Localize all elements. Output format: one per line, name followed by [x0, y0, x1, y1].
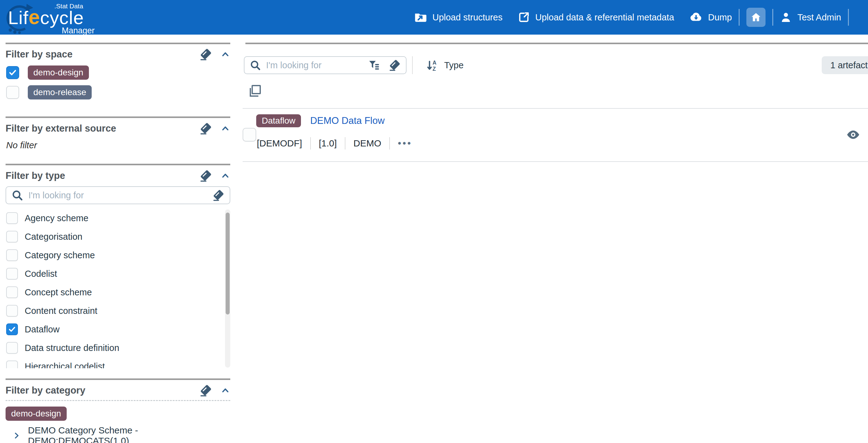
type-option-label: Agency scheme	[25, 213, 88, 223]
clear-space-filter-button[interactable]	[199, 48, 212, 61]
type-option[interactable]: Dataflow	[5, 320, 230, 338]
results-list: Dataflow DEMO Data Flow [DEMODF] [1.0] D…	[243, 108, 868, 162]
main-toolbar: A Z Type	[244, 56, 868, 74]
eraser-icon	[199, 48, 212, 61]
clear-type-search-button[interactable]	[212, 189, 225, 202]
user-menu[interactable]: Test Admin	[780, 11, 841, 23]
result-title-line: Dataflow DEMO Data Flow	[256, 114, 384, 127]
logo-word-post: cycle	[40, 7, 84, 28]
type-options-list: Agency scheme Categorisation Category sc…	[5, 209, 230, 368]
type-option[interactable]: Codelist	[5, 264, 230, 283]
check-icon	[8, 68, 17, 77]
checkbox[interactable]	[6, 323, 18, 335]
result-count-badge: 1 artefact c	[822, 56, 868, 74]
eye-icon	[846, 127, 861, 142]
meta-divider	[310, 137, 311, 149]
result-meta-line: [DEMODF] [1.0] DEMO •••	[257, 137, 412, 149]
type-option-label: Content constraint	[25, 306, 97, 316]
type-option[interactable]: Hierarchical codelist	[5, 357, 230, 368]
checkbox[interactable]	[6, 231, 18, 242]
dashed-divider	[5, 400, 230, 401]
space-option-row[interactable]: demo-release	[6, 85, 92, 99]
sort-label: Type	[444, 60, 464, 70]
space-badge: demo-design	[28, 65, 89, 80]
filter-space-title: Filter by space	[5, 49, 72, 60]
nav-upload-structures-label: Upload structures	[432, 12, 502, 23]
checkbox[interactable]	[6, 360, 18, 368]
user-icon	[780, 11, 792, 23]
scrollbar-thumb[interactable]	[226, 212, 230, 315]
toolbar-divider	[412, 56, 413, 74]
type-list-scrollbar[interactable]	[225, 209, 230, 367]
header-divider	[739, 9, 740, 26]
type-option[interactable]: Categorisation	[5, 227, 230, 246]
nav-upload-data-label: Upload data & referential metadata	[535, 12, 674, 23]
sort-control[interactable]: A Z Type	[426, 59, 464, 72]
filter-external-header: Filter by external source	[5, 120, 230, 137]
checkbox[interactable]	[6, 305, 18, 317]
clear-main-search-button[interactable]	[388, 59, 401, 72]
chevron-up-icon	[220, 50, 230, 59]
filter-type-title: Filter by type	[5, 170, 65, 181]
header-divider	[772, 9, 773, 26]
nav-upload-data[interactable]: Upload data & referential metadata	[517, 11, 674, 24]
checkbox[interactable]	[6, 342, 18, 354]
main-search-input[interactable]	[266, 60, 363, 71]
meta-divider	[389, 137, 390, 149]
chevron-up-icon	[220, 171, 230, 181]
type-option-label: Categorisation	[25, 232, 83, 242]
type-search-input[interactable]	[28, 190, 208, 201]
checkbox[interactable]	[6, 249, 18, 261]
nav-upload-structures[interactable]: Upload structures	[414, 10, 502, 24]
type-option[interactable]: Content constraint	[5, 301, 230, 320]
checkbox[interactable]	[6, 286, 18, 298]
top-nav: Upload structures Upload data & referent…	[414, 8, 868, 27]
category-tree-item[interactable]: DEMO Category Scheme - DEMO:DEMOCATS(1.0…	[5, 425, 230, 443]
section-divider	[5, 42, 230, 44]
filter-type-header: Filter by type	[5, 168, 230, 184]
more-actions-button[interactable]: •••	[398, 138, 412, 149]
view-artefact-button[interactable]	[846, 127, 861, 142]
artefact-link[interactable]: DEMO Data Flow	[310, 115, 384, 126]
sort-az-icon: A Z	[426, 59, 439, 72]
eraser-icon	[199, 384, 212, 397]
type-option[interactable]: Concept scheme	[5, 283, 230, 301]
collapse-type-section-button[interactable]	[220, 171, 230, 181]
type-option[interactable]: Agency scheme	[5, 209, 230, 227]
artefact-id: [DEMODF]	[257, 138, 302, 149]
space-option-row[interactable]: demo-design	[6, 65, 89, 80]
checkbox[interactable]	[6, 86, 19, 99]
type-option-label: Codelist	[25, 269, 57, 279]
logo-tagline-top: .Stat Data	[54, 2, 83, 10]
nav-dump[interactable]: Dump	[689, 10, 732, 24]
checkbox[interactable]	[6, 212, 18, 224]
advanced-filter-button[interactable]	[368, 59, 381, 72]
clear-type-filter-button[interactable]	[199, 169, 212, 183]
search-icon	[11, 189, 24, 201]
result-checkbox[interactable]	[243, 128, 256, 142]
meta-divider	[345, 137, 345, 149]
clear-external-filter-button[interactable]	[199, 122, 212, 135]
checkbox[interactable]	[6, 66, 19, 79]
section-divider	[5, 378, 230, 380]
collapse-category-section-button[interactable]	[220, 386, 230, 395]
copy-results-button[interactable]	[248, 83, 262, 98]
clear-category-filter-button[interactable]	[199, 384, 212, 397]
list-divider	[243, 161, 868, 162]
space-badge: demo-release	[28, 85, 92, 99]
type-option-label: Concept scheme	[25, 287, 92, 297]
chevron-up-icon	[220, 124, 230, 134]
collapse-external-section-button[interactable]	[220, 124, 230, 134]
type-search-box	[5, 186, 230, 204]
chevron-right-icon[interactable]	[12, 431, 20, 440]
collapse-space-section-button[interactable]	[220, 50, 230, 59]
svg-text:Z: Z	[432, 66, 436, 72]
upload-data-icon	[517, 11, 530, 24]
home-button[interactable]	[746, 8, 766, 27]
type-option[interactable]: Category scheme	[5, 246, 230, 264]
checkbox[interactable]	[6, 268, 18, 279]
type-option-label: Dataflow	[25, 324, 60, 334]
dump-icon	[689, 10, 703, 24]
type-option[interactable]: Data structure definition	[5, 338, 230, 357]
logo-word-accent: e	[28, 5, 40, 28]
